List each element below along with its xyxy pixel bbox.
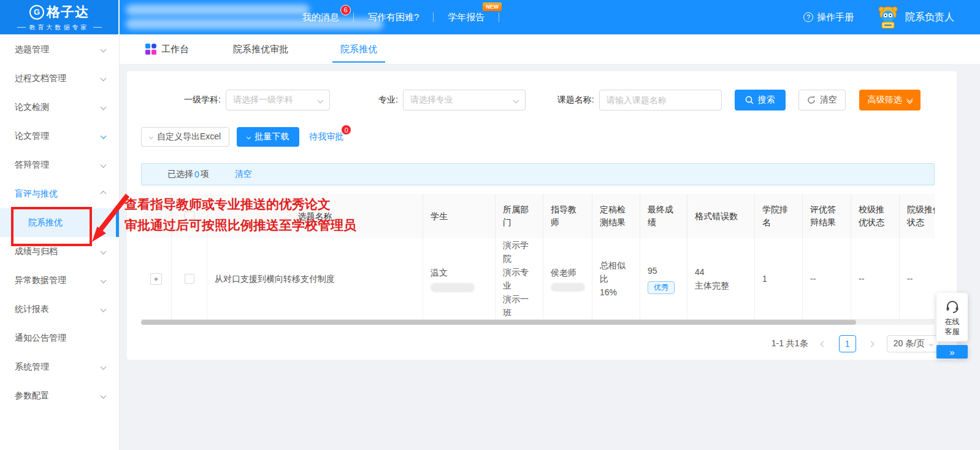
page-number-button[interactable]: 1: [839, 335, 856, 352]
selection-bar: 已选择 0 项 清空: [141, 163, 935, 185]
user-role[interactable]: 院系负责人: [905, 11, 954, 24]
chevron-down-icon: [101, 133, 107, 139]
major-filter-label: 专业:: [378, 95, 398, 106]
redacted-teacher-id-blur: [551, 283, 585, 292]
chevron-down-icon: [101, 104, 107, 111]
select-all-checkbox[interactable]: [185, 211, 194, 221]
sidebar-item-paper-management[interactable]: 论文管理: [0, 122, 119, 150]
final-score-cell: 95 优秀: [640, 238, 687, 320]
manual-link[interactable]: ? 操作手册: [803, 12, 854, 23]
topic-name-input[interactable]: [599, 90, 722, 111]
sidebar-item-system-management[interactable]: 系统管理: [0, 352, 119, 381]
chevron-down-icon: [101, 249, 107, 255]
sidebar-item-college-promotion[interactable]: 院系推优: [0, 208, 119, 237]
department-cell: 演示学院 演示专业 演示一班: [496, 238, 543, 320]
sidebar: 选题管理 过程文档管理 论文检测 论文管理 答辩管理 盲评与推优 院系推优 成绩…: [0, 34, 120, 450]
customer-service-panel: 在线 客服 »: [936, 293, 968, 359]
column-header-student: 学生: [423, 194, 496, 238]
batch-download-button[interactable]: 批量下载: [237, 127, 299, 147]
chevron-down-icon: [247, 134, 251, 139]
sidebar-item-grades-archive[interactable]: 成绩与归档: [0, 237, 119, 266]
customer-service-button[interactable]: 在线 客服: [936, 293, 968, 341]
excellent-tag: 优秀: [648, 281, 675, 294]
next-page-button[interactable]: [864, 336, 879, 351]
custom-export-excel-button[interactable]: 自定义导出Excel: [141, 127, 229, 147]
topic-filter-label: 课题名称:: [557, 95, 594, 106]
sidebar-item-topic-management[interactable]: 选题管理: [0, 35, 119, 64]
college-rank-cell: 1: [755, 238, 803, 320]
selected-count: 0: [194, 169, 199, 179]
column-header-teacher: 指导教师: [543, 194, 592, 238]
redacted-student-id-blur: [431, 283, 475, 292]
brand-name: 格子达: [47, 3, 89, 21]
tab-workbench[interactable]: 工作台: [145, 34, 189, 64]
chevron-down-icon: [101, 47, 107, 53]
pagination-summary: 1-1 共1条: [771, 338, 808, 349]
nav-annual-report[interactable]: 学年报告 NEW: [444, 12, 488, 23]
check-result-cell: 总相似比 16%: [592, 238, 640, 320]
row-select-cell: [172, 238, 207, 320]
expand-row-button[interactable]: +: [150, 273, 162, 285]
tab-college-promotion[interactable]: 院系推优: [332, 34, 385, 64]
table-row: + 从对口支援到横向转移支付制度 温文 演示学院: [141, 238, 935, 320]
sidebar-item-paper-check[interactable]: 论文检测: [0, 93, 119, 122]
subject-filter-label: 一级学科:: [184, 95, 221, 106]
chevron-down-icon: [101, 364, 107, 370]
page-size-select[interactable]: 20 条/页: [887, 335, 940, 352]
row-checkbox[interactable]: [185, 274, 194, 284]
defense-result-cell: --: [803, 238, 851, 320]
nav-divider: [433, 12, 434, 22]
advanced-filter-button[interactable]: 高级筛选: [859, 90, 921, 111]
sidebar-item-statistics-report[interactable]: 统计报表: [0, 295, 119, 324]
search-button[interactable]: 搜索: [735, 90, 786, 111]
select-arrow-icon: [929, 341, 933, 346]
column-header-department: 所属部门: [496, 194, 543, 238]
collapse-panel-button[interactable]: »: [936, 345, 968, 359]
column-header-college-status: 院级推优状态: [900, 194, 935, 238]
mascot-avatar[interactable]: [877, 5, 899, 29]
pagination: 1-1 共1条 1 20 条/页: [127, 335, 957, 352]
pending-approval-link[interactable]: 待我审批 0: [309, 131, 343, 142]
chevron-right-icon: [868, 341, 875, 347]
sidebar-item-blind-review-promotion[interactable]: 盲评与推优: [0, 179, 119, 208]
header-right: ? 操作手册 院系负责人: [803, 5, 980, 29]
scrollbar-thumb[interactable]: [141, 320, 856, 325]
college-status-cell: --: [900, 238, 935, 320]
refresh-icon: [807, 96, 816, 104]
select-all-header-cell: [172, 194, 207, 238]
student-cell: 温文: [423, 238, 496, 320]
expand-cell: +: [141, 238, 172, 320]
prev-page-button[interactable]: [816, 336, 831, 351]
app-root: G 格子达 教育大数据专家 我的消息 6 写作有困难? 学年报告: [0, 0, 980, 450]
teacher-cell: 侯老师: [543, 238, 592, 320]
subject-select[interactable]: 请选择一级学科: [226, 90, 330, 111]
filter-row: 一级学科: 请选择一级学科 专业: 请选择专业: [127, 71, 957, 111]
nav-writing-help[interactable]: 写作有困难?: [364, 12, 423, 23]
column-header-title: 选题名称: [207, 194, 423, 238]
chevron-down-icon: [101, 277, 107, 284]
content-card: 一级学科: 请选择一级学科 专业: 请选择专业: [127, 71, 957, 360]
table-header-row: 选题名称 学生 所属部门 指导教师 定稿检测结果 最终成绩 格式错误数 学院排名…: [141, 194, 935, 238]
chevron-up-icon: [101, 191, 107, 197]
sidebar-item-announcements[interactable]: 通知公告管理: [0, 324, 119, 352]
major-select[interactable]: 请选择专业: [403, 90, 526, 111]
tab-bar: 工作台 院系推优审批 院系推优: [120, 34, 980, 64]
format-errors-cell: 44 主体完整: [687, 238, 755, 320]
tab-college-promotion-approval[interactable]: 院系推优审批: [233, 34, 288, 64]
sidebar-item-defense-management[interactable]: 答辩管理: [0, 150, 119, 179]
clear-button[interactable]: 清空: [798, 90, 846, 111]
chevron-down-icon: [101, 393, 107, 399]
column-header-final-score: 最终成绩: [640, 194, 687, 238]
clear-selection-link[interactable]: 清空: [235, 169, 252, 180]
school-status-cell: --: [851, 238, 900, 320]
sidebar-item-process-docs[interactable]: 过程文档管理: [0, 64, 119, 93]
nav-my-messages[interactable]: 我的消息 6: [299, 12, 343, 23]
sidebar-item-parameter-config[interactable]: 参数配置: [0, 381, 119, 410]
sidebar-item-abnormal-data[interactable]: 异常数据管理: [0, 266, 119, 295]
chevron-down-icon: [101, 162, 107, 168]
title-cell: 从对口支援到横向转移支付制度: [207, 238, 423, 320]
header-nav: 我的消息 6 写作有困难? 学年报告 NEW: [299, 12, 510, 23]
horizontal-scrollbar: [141, 320, 935, 325]
select-arrow-icon: [513, 97, 519, 103]
new-badge: NEW: [483, 2, 502, 11]
